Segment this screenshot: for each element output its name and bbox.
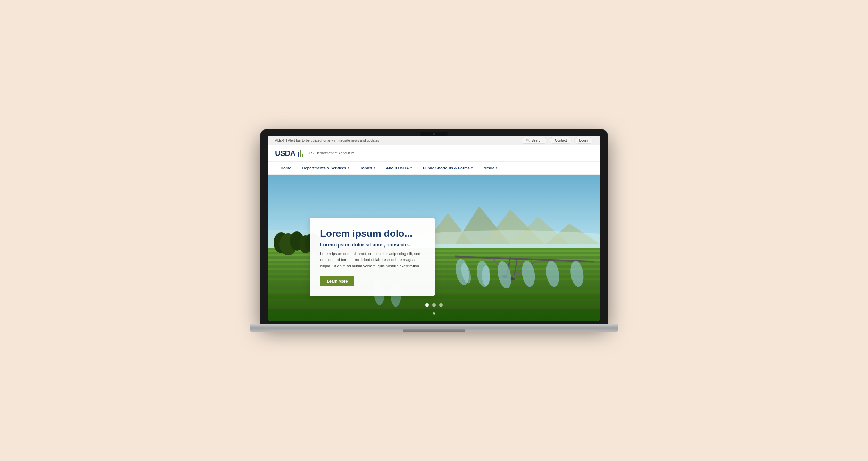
carousel-dots	[425, 303, 443, 307]
alert-bar: ALERT! Alert bar to be utilized for any …	[268, 136, 600, 145]
hero-card: Lorem ipsum dolo... Lorem ipsum dolor si…	[310, 218, 435, 296]
chevron-down-icon: ▾	[471, 166, 473, 169]
hero-body-text: Lorem ipsum dolor sit amet, consectetur …	[320, 251, 424, 269]
svg-point-49	[482, 265, 490, 286]
contact-button[interactable]: Contact	[550, 137, 572, 144]
chevron-down-icon: ▾	[410, 166, 412, 169]
hero-subtitle: Lorem ipsum dolor sit amet, consecte...	[320, 242, 424, 247]
search-icon: 🔍	[526, 139, 530, 142]
main-nav: Home Departments & Services ▾ Topics ▾ A…	[268, 162, 600, 175]
chevron-down-icon: ▾	[348, 166, 349, 169]
nav-home[interactable]: Home	[275, 162, 297, 174]
laptop-base	[250, 324, 618, 332]
learn-more-button[interactable]: Learn More	[320, 276, 354, 286]
nav-about[interactable]: About USDA ▾	[381, 162, 417, 174]
bar-2	[300, 150, 301, 157]
login-button[interactable]: Login	[574, 137, 593, 144]
laptop-wrapper: ALERT! Alert bar to be utilized for any …	[250, 129, 618, 332]
hero-title: Lorem ipsum dolo...	[320, 228, 424, 239]
site-header: USDA U.S. Department of Agriculture	[268, 145, 600, 162]
logo-acronym: USDA	[275, 149, 295, 158]
bar-3	[302, 154, 303, 157]
carousel-dot-3[interactable]	[439, 303, 443, 307]
nav-departments[interactable]: Departments & Services ▾	[297, 162, 355, 174]
scroll-down-icon[interactable]: ∨	[432, 310, 436, 316]
logo-bars	[298, 150, 303, 157]
camera-dot	[433, 133, 435, 135]
alert-text: ALERT! Alert bar to be utilized for any …	[275, 139, 379, 142]
chevron-down-icon: ▾	[496, 166, 497, 169]
logo-full-name: U.S. Department of Agriculture	[308, 151, 355, 155]
carousel-dot-1[interactable]	[425, 303, 429, 307]
hero-section: Lorem ipsum dolo... Lorem ipsum dolor si…	[268, 175, 600, 321]
laptop-screen-frame: ALERT! Alert bar to be utilized for any …	[260, 129, 608, 324]
top-nav-right: 🔍 Search Contact Login	[521, 137, 593, 144]
bar-1	[298, 152, 299, 157]
chevron-down-icon: ▾	[374, 166, 375, 169]
camera-notch	[420, 132, 448, 136]
search-button[interactable]: 🔍 Search	[521, 137, 548, 144]
nav-shortcuts[interactable]: Public Shortcuts & Forms ▾	[417, 162, 478, 174]
laptop-screen: ALERT! Alert bar to be utilized for any …	[268, 136, 600, 321]
carousel-dot-2[interactable]	[432, 303, 436, 307]
website: ALERT! Alert bar to be utilized for any …	[268, 136, 600, 321]
nav-media[interactable]: Media ▾	[478, 162, 503, 174]
logo-area[interactable]: USDA U.S. Department of Agriculture	[275, 149, 355, 158]
nav-topics[interactable]: Topics ▾	[354, 162, 381, 174]
